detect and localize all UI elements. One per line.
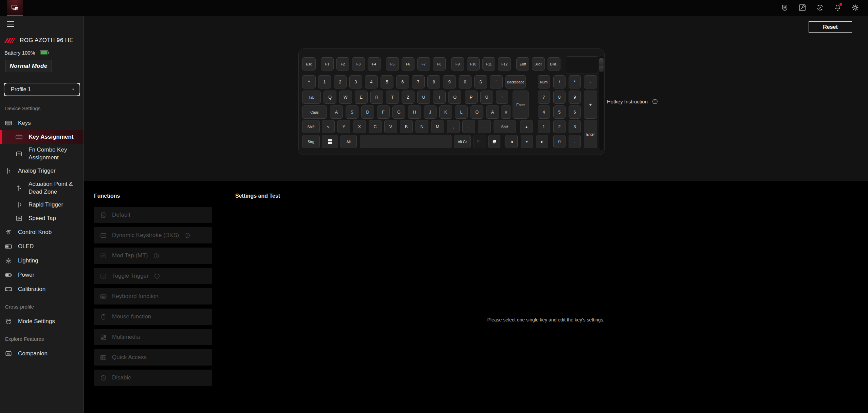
function-item-toggle-trigger[interactable]: TGLToggle Trigger: [94, 268, 212, 284]
key-f8[interactable]: F8: [433, 57, 446, 71]
function-item-quick-access[interactable]: Quick Access: [94, 349, 212, 366]
numpad-key-asterisk[interactable]: *: [569, 75, 581, 88]
info-icon[interactable]: [154, 273, 160, 279]
numpad-key-slash[interactable]: /: [553, 75, 566, 88]
key-caps[interactable]: Caps: [302, 105, 327, 119]
key-b[interactable]: B: [400, 120, 413, 133]
key-o[interactable]: O: [448, 91, 461, 104]
key-entf[interactable]: Entf: [516, 57, 529, 71]
key-shift[interactable]: Shift: [494, 120, 516, 133]
sidebar-item-oled[interactable]: OLED: [0, 239, 84, 254]
numpad-key-bild-down[interactable]: Bild↓: [548, 57, 560, 71]
function-item-default[interactable]: Default: [94, 207, 212, 223]
control-knob[interactable]: [599, 58, 604, 72]
key-m[interactable]: M: [431, 120, 444, 133]
key-n[interactable]: N: [415, 120, 428, 133]
key-2[interactable]: 2: [334, 75, 347, 88]
sidebar-item-keys[interactable]: Keys: [0, 116, 84, 130]
key-enter[interactable]: Enter: [513, 91, 529, 119]
key-g[interactable]: G: [392, 105, 405, 119]
menu-toggle-button[interactable]: [7, 21, 15, 27]
sidebar-item-key-assignment[interactable]: Key Assignment: [0, 130, 84, 144]
key-arrow-left[interactable]: ◀: [505, 135, 518, 148]
key-arrow-right[interactable]: ▶: [536, 135, 548, 148]
key-f1[interactable]: F1: [321, 57, 334, 71]
numpad-key-5[interactable]: 5: [553, 105, 566, 119]
sidebar-item-fn-combo-key-assignment[interactable]: FNFn Combo Key Assignment: [0, 144, 84, 164]
function-item-dynamic-keystroke-dks[interactable]: DKSDynamic Keystroke (DKS): [94, 227, 212, 243]
sidebar-item-rapid-trigger[interactable]: Rapid Trigger: [0, 198, 84, 212]
key-9[interactable]: 9: [443, 75, 456, 88]
key-a[interactable]: A: [330, 105, 343, 119]
app-settings-icon[interactable]: [851, 4, 859, 12]
key-f12[interactable]: F12: [498, 57, 511, 71]
sidebar-item-calibration[interactable]: Calibration: [0, 282, 84, 296]
key-hash[interactable]: #: [501, 105, 511, 119]
numpad-key-num[interactable]: Num: [538, 75, 550, 88]
info-icon[interactable]: [153, 253, 160, 259]
key-w[interactable]: W: [339, 91, 352, 104]
device-tools-icon[interactable]: [798, 4, 806, 12]
key-alt[interactable]: Alt: [340, 135, 357, 148]
key-esc[interactable]: Esc: [302, 57, 316, 71]
key-eszett[interactable]: ß: [474, 75, 487, 88]
sidebar-item-companion[interactable]: FNCompanion: [0, 347, 84, 361]
key-fn[interactable]: Fn: [473, 135, 485, 148]
key-e[interactable]: E: [355, 91, 368, 104]
key-f11[interactable]: F11: [482, 57, 495, 71]
key-i[interactable]: I: [433, 91, 446, 104]
armoury-m-icon[interactable]: M: [781, 4, 789, 12]
numpad-key-7[interactable]: 7: [538, 91, 550, 104]
key-t[interactable]: T: [386, 91, 399, 104]
key-f6[interactable]: F6: [402, 57, 414, 71]
function-item-disable[interactable]: Disable: [94, 370, 212, 386]
key-z[interactable]: Z: [402, 91, 414, 104]
key-s[interactable]: S: [346, 105, 358, 119]
sidebar-item-mode-settings[interactable]: Mode Settings: [0, 314, 84, 329]
key-plus[interactable]: +: [496, 91, 508, 104]
numpad-key-0[interactable]: 0: [553, 135, 566, 148]
key-f5[interactable]: F5: [386, 57, 399, 71]
sidebar-item-control-knob[interactable]: Control Knob: [0, 225, 84, 239]
key-strg[interactable]: Strg: [302, 135, 320, 148]
key-backspace[interactable]: Backspace: [505, 75, 526, 88]
numpad-key-4[interactable]: 4: [538, 105, 550, 119]
numpad-key-6[interactable]: 6: [569, 105, 581, 119]
key-8[interactable]: 8: [427, 75, 440, 88]
key-alt-gr[interactable]: Alt Gr: [454, 135, 471, 148]
key-l[interactable]: L: [455, 105, 468, 119]
tab-device-keyboard[interactable]: [7, 0, 23, 16]
key-r[interactable]: R: [370, 91, 383, 104]
key-v[interactable]: V: [384, 120, 397, 133]
key-arrow-up[interactable]: ▲: [520, 120, 533, 133]
key-x[interactable]: X: [353, 120, 366, 133]
function-item-mod-tap-mt[interactable]: MTMod Tap (MT): [94, 248, 212, 264]
key-tab[interactable]: Tab: [302, 91, 321, 104]
key-f7[interactable]: F7: [417, 57, 430, 71]
reset-button[interactable]: Reset: [809, 21, 852, 33]
key-j[interactable]: J: [424, 105, 437, 119]
key-f[interactable]: F: [377, 105, 390, 119]
key-f9[interactable]: F9: [451, 57, 464, 71]
key-f4[interactable]: F4: [368, 57, 381, 71]
key-6[interactable]: 6: [396, 75, 409, 88]
key-f2[interactable]: F2: [336, 57, 349, 71]
info-icon[interactable]: [652, 98, 658, 105]
profile-select[interactable]: Profile 1 ▼: [4, 83, 80, 96]
sidebar-item-power[interactable]: Power: [0, 268, 84, 282]
key-h[interactable]: H: [408, 105, 421, 119]
key-copilot[interactable]: [488, 135, 500, 148]
key-caret[interactable]: ^: [302, 75, 316, 88]
key-minus[interactable]: -: [478, 120, 491, 133]
function-item-multimedia[interactable]: Multimedia: [94, 329, 212, 345]
key-key[interactable]: Ö: [470, 105, 483, 119]
key-q[interactable]: Q: [324, 91, 336, 104]
numpad-key-9[interactable]: 9: [569, 91, 581, 104]
key-key[interactable]: Ä: [486, 105, 499, 119]
key-f3[interactable]: F3: [352, 57, 365, 71]
numpad-key-8[interactable]: 8: [553, 91, 566, 104]
sidebar-item-actuation-point-and-dead-zone[interactable]: Actuation Point & Dead Zone: [0, 178, 84, 198]
sidebar-item-speed-tap[interactable]: Speed Tap: [0, 212, 84, 225]
key-acute[interactable]: ´: [490, 75, 503, 88]
key-arrow-down[interactable]: ▼: [521, 135, 533, 148]
